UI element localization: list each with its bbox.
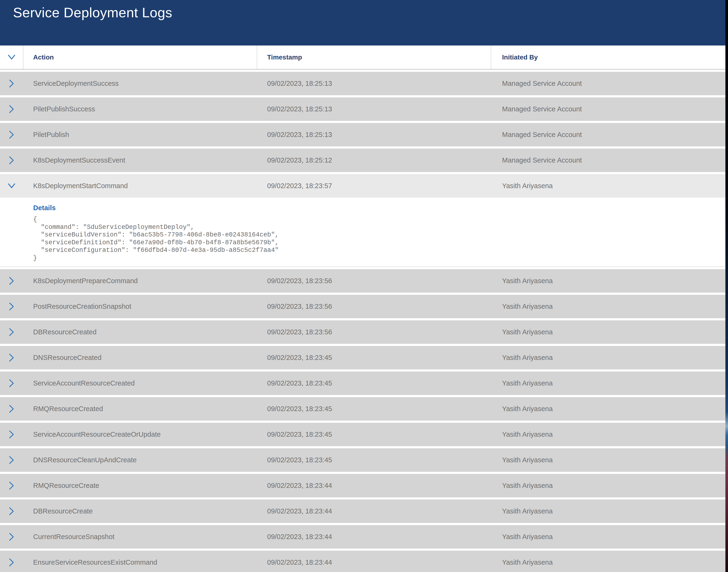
row-expand-toggle[interactable] bbox=[0, 72, 23, 95]
timestamp-cell: 09/02/2023, 18:23:44 bbox=[267, 499, 332, 523]
table-header: Action Timestamp Initiated By bbox=[0, 46, 725, 69]
timestamp-cell: 09/02/2023, 18:23:45 bbox=[267, 371, 332, 395]
log-row[interactable]: PiletPublishSuccess 09/02/2023, 18:25:13… bbox=[0, 97, 725, 121]
row-expand-toggle[interactable] bbox=[0, 423, 23, 446]
row-expand-toggle[interactable] bbox=[0, 346, 23, 369]
desktop-background-strip bbox=[725, 0, 728, 572]
collapse-all-button[interactable] bbox=[0, 46, 23, 69]
row-expand-toggle[interactable] bbox=[0, 371, 23, 395]
chevron-down-icon bbox=[8, 54, 16, 60]
log-row[interactable]: EnsureServiceResourcesExistCommand 09/02… bbox=[0, 551, 725, 572]
action-cell: PostResourceCreationSnapshot bbox=[33, 295, 131, 318]
chevron-right-icon bbox=[8, 156, 14, 165]
log-row[interactable]: DNSResourceCleanUpAndCreate 09/02/2023, … bbox=[0, 448, 725, 472]
log-row[interactable]: RMQResourceCreate 09/02/2023, 18:23:44 Y… bbox=[0, 474, 725, 497]
timestamp-cell: 09/02/2023, 18:23:57 bbox=[267, 174, 332, 198]
timestamp-cell: 09/02/2023, 18:23:44 bbox=[267, 551, 332, 572]
log-row[interactable]: K8sDeploymentStartCommand 09/02/2023, 18… bbox=[0, 174, 725, 198]
chevron-right-icon bbox=[8, 558, 14, 567]
timestamp-cell: 09/02/2023, 18:23:44 bbox=[267, 474, 332, 497]
log-row[interactable]: PostResourceCreationSnapshot 09/02/2023,… bbox=[0, 295, 725, 318]
page-title: Service Deployment Logs bbox=[13, 5, 725, 20]
row-expand-toggle[interactable] bbox=[0, 551, 23, 572]
row-expand-toggle[interactable] bbox=[0, 295, 23, 318]
log-row[interactable]: K8sDeploymentSuccessEvent 09/02/2023, 18… bbox=[0, 149, 725, 172]
timestamp-cell: 09/02/2023, 18:23:45 bbox=[267, 423, 332, 446]
log-row[interactable]: ServiceAccountResourceCreateOrUpdate 09/… bbox=[0, 423, 725, 446]
action-cell: ServiceAccountResourceCreated bbox=[33, 371, 135, 395]
initiated-by-cell: Yasith Ariyasena bbox=[502, 397, 553, 421]
chevron-right-icon bbox=[8, 507, 14, 516]
row-expand-toggle[interactable] bbox=[0, 525, 23, 549]
timestamp-cell: 09/02/2023, 18:25:13 bbox=[267, 123, 332, 146]
timestamp-cell: 09/02/2023, 18:23:44 bbox=[267, 525, 332, 549]
log-row[interactable]: K8sDeploymentPrepareCommand 09/02/2023, … bbox=[0, 269, 725, 293]
action-cell: K8sDeploymentStartCommand bbox=[33, 174, 128, 198]
initiated-by-cell: Yasith Ariyasena bbox=[502, 474, 553, 497]
log-row[interactable]: DBResourceCreate 09/02/2023, 18:23:44 Ya… bbox=[0, 499, 725, 523]
chevron-right-icon bbox=[8, 105, 14, 114]
action-cell: RMQResourceCreate bbox=[33, 474, 99, 497]
timestamp-cell: 09/02/2023, 18:23:45 bbox=[267, 397, 332, 421]
column-separator bbox=[257, 46, 257, 69]
action-cell: CurrentResourceSnapshot bbox=[33, 525, 114, 549]
row-expand-toggle[interactable] bbox=[0, 149, 23, 172]
row-expand-toggle[interactable] bbox=[0, 448, 23, 472]
row-expand-toggle[interactable] bbox=[0, 269, 23, 293]
chevron-right-icon bbox=[8, 130, 14, 139]
chevron-right-icon bbox=[8, 79, 14, 88]
chevron-right-icon bbox=[8, 481, 14, 490]
chevron-right-icon bbox=[8, 302, 14, 311]
log-row[interactable]: DNSResourceCreated 09/02/2023, 18:23:45 … bbox=[0, 346, 725, 369]
column-header-timestamp: Timestamp bbox=[267, 46, 302, 69]
app-header: Service Deployment Logs bbox=[0, 0, 725, 46]
initiated-by-cell: Yasith Ariyasena bbox=[502, 371, 553, 395]
row-expand-toggle[interactable] bbox=[0, 474, 23, 497]
initiated-by-cell: Yasith Ariyasena bbox=[502, 499, 553, 523]
log-row[interactable]: DBResourceCreated 09/02/2023, 18:23:56 Y… bbox=[0, 320, 725, 344]
log-row[interactable]: RMQResourceCreated 09/02/2023, 18:23:45 … bbox=[0, 397, 725, 421]
initiated-by-cell: Yasith Ariyasena bbox=[502, 174, 553, 198]
initiated-by-cell: Yasith Ariyasena bbox=[502, 269, 553, 293]
row-expand-toggle[interactable] bbox=[0, 320, 23, 344]
initiated-by-cell: Managed Service Account bbox=[502, 72, 582, 95]
initiated-by-cell: Yasith Ariyasena bbox=[502, 448, 553, 472]
timestamp-cell: 09/02/2023, 18:23:45 bbox=[267, 346, 332, 369]
action-cell: RMQResourceCreated bbox=[33, 397, 103, 421]
row-expand-toggle[interactable] bbox=[0, 174, 23, 198]
row-expand-toggle[interactable] bbox=[0, 397, 23, 421]
details-heading: Details bbox=[33, 204, 725, 212]
chevron-right-icon bbox=[8, 532, 14, 541]
initiated-by-cell: Yasith Ariyasena bbox=[502, 525, 553, 549]
row-expand-toggle[interactable] bbox=[0, 123, 23, 146]
log-rows: ServiceDeploymentSuccess 09/02/2023, 18:… bbox=[0, 69, 725, 572]
initiated-by-cell: Managed Service Account bbox=[502, 149, 582, 172]
action-cell: PiletPublishSuccess bbox=[33, 97, 95, 121]
action-cell: K8sDeploymentSuccessEvent bbox=[33, 149, 125, 172]
log-row[interactable]: ServiceAccountResourceCreated 09/02/2023… bbox=[0, 371, 725, 395]
row-expand-toggle[interactable] bbox=[0, 97, 23, 121]
log-row[interactable]: ServiceDeploymentSuccess 09/02/2023, 18:… bbox=[0, 72, 725, 95]
chevron-down-icon bbox=[8, 183, 16, 189]
timestamp-cell: 09/02/2023, 18:25:13 bbox=[267, 72, 332, 95]
action-cell: DBResourceCreate bbox=[33, 499, 93, 523]
chevron-right-icon bbox=[8, 328, 14, 337]
timestamp-cell: 09/02/2023, 18:23:56 bbox=[267, 269, 332, 293]
action-cell: PiletPublish bbox=[33, 123, 69, 146]
initiated-by-cell: Yasith Ariyasena bbox=[502, 551, 553, 572]
initiated-by-cell: Yasith Ariyasena bbox=[502, 423, 553, 446]
log-row[interactable]: PiletPublish 09/02/2023, 18:25:13 Manage… bbox=[0, 123, 725, 146]
row-expand-toggle[interactable] bbox=[0, 499, 23, 523]
chevron-right-icon bbox=[8, 456, 14, 464]
action-cell: DNSResourceCleanUpAndCreate bbox=[33, 448, 137, 472]
chevron-right-icon bbox=[8, 353, 14, 362]
timestamp-cell: 09/02/2023, 18:23:56 bbox=[267, 295, 332, 318]
log-row[interactable]: CurrentResourceSnapshot 09/02/2023, 18:2… bbox=[0, 525, 725, 549]
screen: Service Deployment Logs Action Timestamp… bbox=[0, 0, 728, 572]
chevron-right-icon bbox=[8, 379, 14, 388]
chevron-right-icon bbox=[8, 405, 14, 413]
action-cell: ServiceAccountResourceCreateOrUpdate bbox=[33, 423, 161, 446]
row-details-panel: Details { "command": "SduServiceDeployme… bbox=[0, 198, 725, 267]
timestamp-cell: 09/02/2023, 18:23:45 bbox=[267, 448, 332, 472]
action-cell: DNSResourceCreated bbox=[33, 346, 102, 369]
